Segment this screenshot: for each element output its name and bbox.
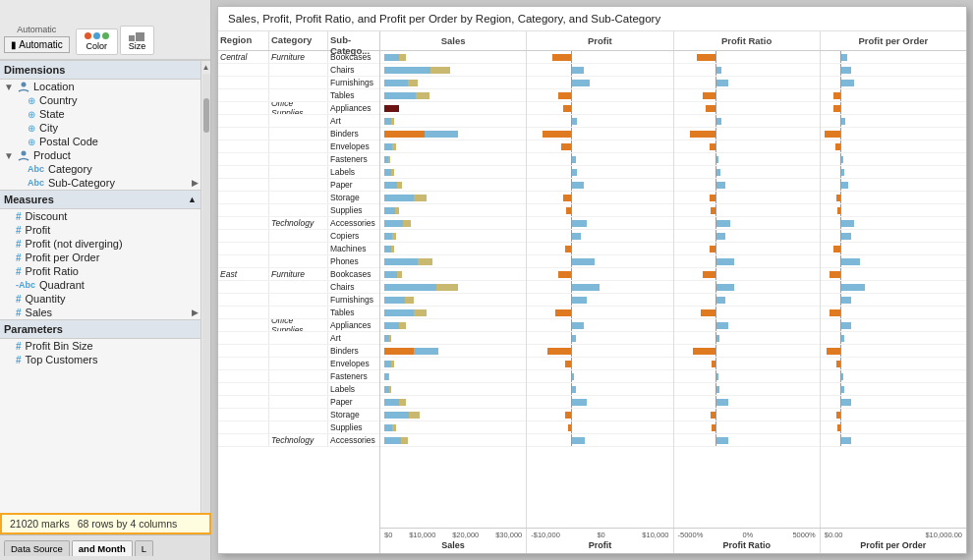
profit-bar <box>527 204 672 216</box>
status-bar: 21020 marks 68 rows by 4 columns <box>0 513 211 534</box>
pr-tick-2: 5000% <box>792 531 815 539</box>
profit-ratio-bar-row <box>674 192 820 204</box>
profit-ratio-bar-row <box>674 179 820 192</box>
sidebar-scrollbar[interactable]: ▲ ▼ <box>200 61 210 560</box>
size-button[interactable]: Size <box>120 26 155 55</box>
sales-bar <box>380 89 526 101</box>
profit-ratio-bar-row <box>674 319 820 332</box>
measures-scroll-up[interactable]: ▲ <box>188 195 197 204</box>
pr-bar <box>674 230 820 242</box>
ppo-bar-row <box>821 192 966 204</box>
category-cell <box>269 409 328 420</box>
subcat-cell: Binders <box>328 345 379 357</box>
subcat-cell: Labels <box>328 166 379 178</box>
ppo-bar <box>821 383 966 395</box>
sales-bar <box>380 128 526 140</box>
sidebar-item-sales[interactable]: # Sales ▶ <box>0 306 200 319</box>
region-cell <box>218 230 269 242</box>
profit-bar-row <box>527 217 672 230</box>
color-label: Color <box>86 41 107 51</box>
sidebar-item-sub-category[interactable]: Abc Sub-Category ▶ <box>0 176 200 190</box>
profit-bar <box>527 51 672 63</box>
pr-bar <box>674 64 820 76</box>
ppo-ticks: $0.00 $10,000.00 <box>821 531 966 539</box>
sidebar-item-profit[interactable]: # Profit <box>0 223 200 237</box>
ppo-bar <box>821 166 966 178</box>
parameters-label: Parameters <box>4 323 63 335</box>
pr-bar <box>674 153 820 165</box>
sidebar-item-top-customers[interactable]: # Top Customers <box>0 353 200 366</box>
sidebar-item-category[interactable]: Abc Category <box>0 162 200 176</box>
rows-count: 68 rows by 4 columns <box>78 518 178 530</box>
profit-ratio-bar-row <box>674 153 820 166</box>
scroll-track <box>202 74 210 547</box>
ppo-bar <box>821 294 966 306</box>
chart-area: Sales, Profit, Profit Ratio, and Profit … <box>211 0 973 560</box>
region-cell <box>218 281 269 293</box>
subcat-cell: Envelopes <box>328 140 379 152</box>
sidebar-item-state[interactable]: ⊕ State <box>0 107 200 121</box>
hash-icon-discount: # <box>16 211 22 222</box>
profit-bar-row <box>527 370 672 383</box>
profit-bar-row <box>527 192 672 204</box>
profit-ratio-bar-row <box>674 64 820 77</box>
profit-bar <box>527 115 672 127</box>
section-header-ppo: Profit per Order <box>821 31 966 50</box>
sidebar-item-discount[interactable]: # Discount <box>0 209 200 223</box>
subcat-cell: Tables <box>328 307 379 318</box>
category-cell <box>269 421 328 433</box>
tab-l[interactable]: L <box>135 540 153 556</box>
sales-bar-row <box>380 294 526 307</box>
region-cell <box>218 319 269 331</box>
automatic-button[interactable]: ▮ Automatic <box>4 36 70 53</box>
pr-bar <box>674 434 820 446</box>
sidebar-item-profit-not-diverging[interactable]: # Profit (not diverging) <box>0 237 200 251</box>
ppo-section <box>821 51 966 528</box>
sidebar-label-pbs: Profit Bin Size <box>26 340 93 352</box>
region-cell <box>218 166 269 178</box>
sidebar-item-quantity[interactable]: # Quantity <box>0 292 200 306</box>
chart-axis: $0 $10,000 $20,000 $30,000 Sales -$10,00… <box>380 528 966 553</box>
hash-icon-pr: # <box>16 266 22 277</box>
sidebar-item-postal-code[interactable]: ⊕ Postal Code <box>0 135 200 148</box>
chevron-down-icon-product: ▼ <box>4 150 14 161</box>
marks-count: 21020 marks <box>10 518 70 530</box>
sections-body <box>380 51 966 528</box>
pr-bar <box>674 128 820 140</box>
sidebar-item-profit-per-order[interactable]: # Profit per Order <box>0 251 200 264</box>
category-cell <box>269 89 328 101</box>
sidebar-item-profit-bin-size[interactable]: # Profit Bin Size <box>0 339 200 353</box>
sidebar-item-product[interactable]: ▼ Product <box>0 148 200 162</box>
sidebar-item-country[interactable]: ⊕ Country <box>0 93 200 107</box>
sales-bar <box>380 268 526 280</box>
sidebar-item-quadrant[interactable]: -Abc Quadrant <box>0 278 200 292</box>
color-button[interactable]: Color <box>76 28 118 55</box>
category-cell <box>269 115 328 127</box>
sidebar-label-qty: Quantity <box>26 293 66 305</box>
tab-and-month[interactable]: and Month <box>72 540 133 556</box>
sidebar-item-profit-ratio[interactable]: # Profit Ratio <box>0 264 200 278</box>
profit-ratio-section <box>674 51 821 528</box>
sales-bar <box>380 307 526 318</box>
sidebar-item-location[interactable]: ▼ Location <box>0 80 200 93</box>
dimensions-header: Dimensions <box>0 61 200 80</box>
ppo-bar-row <box>821 434 966 447</box>
category-cell: Furniture <box>269 51 328 63</box>
tab-data-source[interactable]: Data Source <box>4 540 70 556</box>
scroll-up-arrow[interactable]: ▲ <box>202 63 210 72</box>
label-row: Tables <box>218 89 379 102</box>
sales-bar <box>380 140 526 152</box>
profit-ratio-bar-row <box>674 230 820 243</box>
profit-axis: -$10,000 $0 $10,000 Profit <box>527 529 673 553</box>
region-cell <box>218 64 269 76</box>
sales-bar <box>380 153 526 165</box>
label-row: Binders <box>218 128 379 140</box>
profit-bar <box>527 268 672 280</box>
profit-ratio-bar-row <box>674 358 820 370</box>
profit-bar-row <box>527 319 672 332</box>
profit-bar <box>527 307 672 318</box>
category-cell <box>269 166 328 178</box>
pr-bar <box>674 409 820 420</box>
sidebar-item-city[interactable]: ⊕ City <box>0 121 200 135</box>
profit-ratio-bar-row <box>674 204 820 217</box>
